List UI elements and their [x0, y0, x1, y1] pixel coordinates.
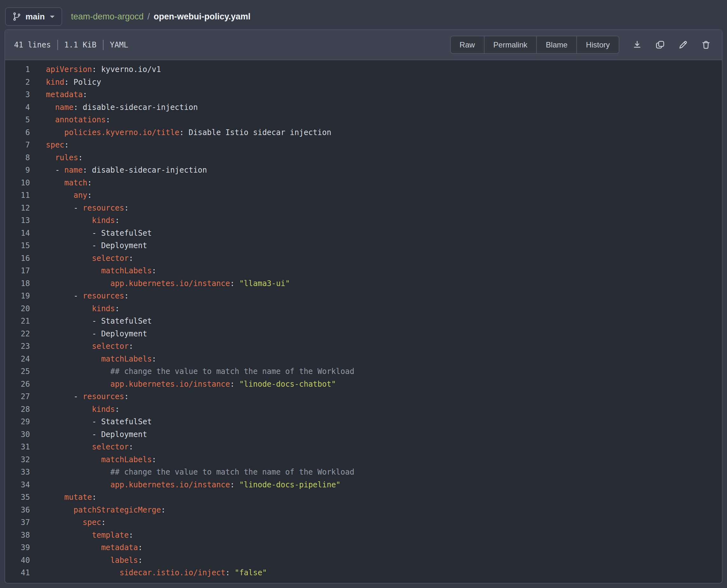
file-meta: 41 lines 1.1 KiB YAML: [14, 40, 128, 50]
breadcrumb-repo-link[interactable]: team-demo-argocd: [71, 12, 144, 22]
line-number[interactable]: 22: [5, 328, 30, 340]
file-header: 41 lines 1.1 KiB YAML Raw Permalink Blam…: [5, 30, 722, 60]
copy-button[interactable]: [655, 40, 665, 50]
line-content: selector:: [30, 441, 133, 454]
code-line: 18 app.kubernetes.io/instance: "llama3-u…: [5, 277, 722, 290]
line-number[interactable]: 11: [5, 189, 30, 202]
code-line: 1 apiVersion: kyverno.io/v1: [5, 63, 722, 76]
line-number[interactable]: 31: [5, 441, 30, 454]
line-number[interactable]: 1: [5, 63, 30, 76]
git-branch-icon: [12, 12, 22, 21]
line-number[interactable]: 4: [5, 101, 30, 114]
code-line: 28 kinds:: [5, 403, 722, 416]
pencil-icon: [678, 40, 688, 50]
line-content: sidecar.istio.io/inject: "false": [30, 567, 267, 580]
line-content: template:: [30, 529, 133, 542]
branch-selector-button[interactable]: main: [5, 7, 62, 26]
line-content: selector:: [30, 252, 133, 265]
line-number[interactable]: 19: [5, 290, 30, 302]
code-line: 2 kind: Policy: [5, 76, 722, 89]
line-content: patchStrategicMerge:: [30, 504, 166, 517]
line-content: - Deployment: [30, 428, 147, 441]
raw-button[interactable]: Raw: [451, 36, 484, 53]
line-number[interactable]: 35: [5, 491, 30, 504]
line-number[interactable]: 20: [5, 302, 30, 315]
line-content: kinds:: [30, 403, 120, 416]
file-language: YAML: [110, 40, 128, 49]
code-line: 5 annotations:: [5, 114, 722, 126]
line-content: any:: [30, 189, 92, 202]
code-line: 24 matchLabels:: [5, 353, 722, 366]
delete-button[interactable]: [701, 40, 711, 50]
line-content: - name: disable-sidecar-injection: [30, 164, 207, 177]
line-number[interactable]: 10: [5, 177, 30, 190]
blame-button[interactable]: Blame: [536, 36, 576, 53]
line-content: policies.kyverno.io/title: Disable Istio…: [30, 126, 331, 139]
line-number[interactable]: 18: [5, 277, 30, 290]
line-number[interactable]: 21: [5, 315, 30, 328]
line-number[interactable]: 2: [5, 76, 30, 89]
code-line: 13 kinds:: [5, 214, 722, 227]
line-number[interactable]: 6: [5, 126, 30, 139]
line-number[interactable]: 9: [5, 164, 30, 177]
line-number[interactable]: 40: [5, 554, 30, 567]
history-button[interactable]: History: [576, 36, 619, 53]
line-number[interactable]: 5: [5, 114, 30, 126]
line-content: labels:: [30, 554, 142, 567]
line-content: rules:: [30, 152, 83, 164]
line-number[interactable]: 14: [5, 227, 30, 240]
code-line: 12 - resources:: [5, 202, 722, 215]
download-button[interactable]: [632, 40, 642, 50]
line-number[interactable]: 41: [5, 567, 30, 580]
line-number[interactable]: 23: [5, 340, 30, 353]
code-line: 31 selector:: [5, 441, 722, 454]
line-content: metadata:: [30, 88, 87, 101]
line-number[interactable]: 26: [5, 378, 30, 391]
code-content: 1 apiVersion: kyverno.io/v1 2 kind: Poli…: [5, 60, 722, 583]
breadcrumb-file-name: open-webui-policy.yaml: [153, 12, 250, 22]
permalink-button[interactable]: Permalink: [484, 36, 537, 53]
line-number[interactable]: 15: [5, 239, 30, 252]
edit-button[interactable]: [678, 40, 688, 50]
line-number[interactable]: 16: [5, 252, 30, 265]
line-number[interactable]: 25: [5, 365, 30, 378]
line-content: mutate:: [30, 491, 97, 504]
code-line: 30 - Deployment: [5, 428, 722, 441]
line-number[interactable]: 36: [5, 504, 30, 517]
line-content: metadata:: [30, 542, 142, 554]
line-number[interactable]: 3: [5, 88, 30, 101]
line-number[interactable]: 33: [5, 466, 30, 479]
line-number[interactable]: 29: [5, 416, 30, 428]
line-number[interactable]: 39: [5, 542, 30, 554]
line-number[interactable]: 13: [5, 214, 30, 227]
line-number[interactable]: 37: [5, 516, 30, 529]
line-number[interactable]: 8: [5, 152, 30, 164]
line-number[interactable]: 17: [5, 265, 30, 277]
line-content: matchLabels:: [30, 353, 157, 366]
line-content: - resources:: [30, 391, 129, 403]
file-action-button-group: Raw Permalink Blame History: [450, 36, 619, 54]
code-line: 33 ## change the value to match the name…: [5, 466, 722, 479]
line-content: kinds:: [30, 302, 120, 315]
line-content: name: disable-sidecar-injection: [30, 101, 198, 114]
code-line: 19 - resources:: [5, 290, 722, 302]
line-number[interactable]: 32: [5, 454, 30, 466]
code-line: 15 - Deployment: [5, 239, 722, 252]
code-line: 25 ## change the value to match the name…: [5, 365, 722, 378]
code-line: 35 mutate:: [5, 491, 722, 504]
line-number[interactable]: 12: [5, 202, 30, 215]
code-line: 22 - Deployment: [5, 328, 722, 340]
line-content: - resources:: [30, 290, 129, 302]
file-size: 1.1 KiB: [64, 40, 97, 49]
line-content: - Deployment: [30, 239, 147, 252]
line-number[interactable]: 27: [5, 391, 30, 403]
line-number[interactable]: 30: [5, 428, 30, 441]
code-line: 26 app.kubernetes.io/instance: "linode-d…: [5, 378, 722, 391]
top-bar: main team-demo-argocd / open-webui-polic…: [0, 0, 727, 29]
line-content: - StatefulSet: [30, 416, 152, 428]
line-number[interactable]: 7: [5, 139, 30, 152]
line-number[interactable]: 38: [5, 529, 30, 542]
line-number[interactable]: 24: [5, 353, 30, 366]
line-number[interactable]: 28: [5, 403, 30, 416]
line-number[interactable]: 34: [5, 479, 30, 491]
